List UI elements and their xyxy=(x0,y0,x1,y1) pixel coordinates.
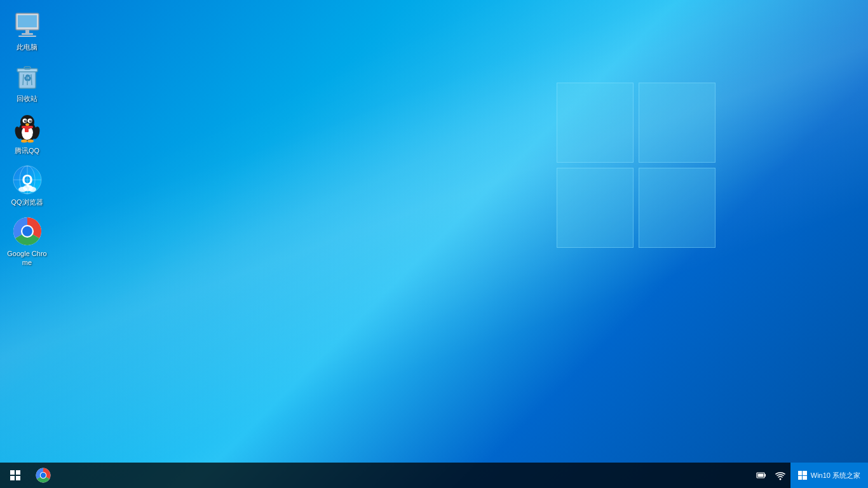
start-pane-tr xyxy=(16,470,20,475)
recycle-bin-svg: ♻ xyxy=(14,62,41,90)
start-icon xyxy=(10,470,20,480)
svg-point-24 xyxy=(21,139,27,142)
tray-battery[interactable] xyxy=(752,463,770,488)
start-button[interactable] xyxy=(0,463,31,488)
win-pane-br xyxy=(639,168,715,248)
qq-label: 腾讯QQ xyxy=(15,146,39,155)
start-pane-br xyxy=(16,476,20,480)
svg-point-45 xyxy=(41,473,46,478)
battery-icon xyxy=(756,470,766,480)
win10-brand-area[interactable]: Win10 系统之家 xyxy=(790,463,868,488)
win10-pane-tl xyxy=(798,471,803,475)
taskbar-chrome-button[interactable] xyxy=(31,463,56,488)
this-pc-icon xyxy=(12,10,43,40)
svg-rect-27 xyxy=(25,128,29,132)
desktop-icons-container: 此电脑 ♻ 回收站 xyxy=(3,6,51,271)
chrome-label: Google Chrome xyxy=(6,249,48,268)
win10-pane-bl xyxy=(798,476,803,480)
win-pane-bl xyxy=(557,168,634,248)
svg-rect-47 xyxy=(764,474,766,477)
recycle-bin-icon: ♻ xyxy=(12,61,43,92)
svg-point-19 xyxy=(25,120,26,121)
windows-logo-wallpaper xyxy=(557,83,722,248)
win-pane-tr xyxy=(639,83,715,163)
tray-network[interactable] xyxy=(771,463,789,488)
taskbar-chrome-svg xyxy=(36,468,51,483)
light-ray-1 xyxy=(0,0,868,488)
qq-icon xyxy=(12,113,43,144)
desktop-icon-this-pc[interactable]: 此电脑 xyxy=(3,6,51,55)
qq-browser-icon: Q xyxy=(12,165,43,195)
start-pane-bl xyxy=(10,476,15,480)
win-pane-tl xyxy=(557,83,634,163)
network-icon xyxy=(775,470,785,480)
win10-logo-small xyxy=(798,471,807,480)
win10-pane-br xyxy=(803,476,807,480)
svg-point-49 xyxy=(779,478,781,480)
svg-rect-4 xyxy=(18,36,36,37)
svg-rect-3 xyxy=(22,33,33,35)
svg-point-25 xyxy=(27,139,34,142)
start-pane-tl xyxy=(10,470,15,475)
svg-rect-2 xyxy=(25,30,29,33)
desktop-icon-chrome[interactable]: Google Chrome xyxy=(3,213,51,271)
win10-brand-text: Win10 系统之家 xyxy=(811,471,860,480)
svg-text:♻: ♻ xyxy=(23,73,31,83)
svg-point-20 xyxy=(30,120,31,121)
svg-point-21 xyxy=(25,123,29,126)
desktop-icon-qq[interactable]: 腾讯QQ xyxy=(3,110,51,158)
svg-point-36 xyxy=(29,187,36,192)
chrome-svg xyxy=(13,217,42,246)
svg-rect-1 xyxy=(18,15,37,27)
taskbar: Win10 系统之家 xyxy=(0,463,868,488)
recycle-bin-label: 回收站 xyxy=(17,94,37,103)
system-tray: Win10 系统之家 xyxy=(752,463,868,488)
qq-browser-label: QQ浏览器 xyxy=(11,198,43,207)
win10-pane-tr xyxy=(803,471,807,475)
qq-svg xyxy=(13,114,42,143)
light-ray-2 xyxy=(0,0,868,488)
svg-rect-48 xyxy=(757,474,763,477)
desktop-icon-qq-browser[interactable]: Q QQ浏览器 xyxy=(3,161,51,210)
this-pc-label: 此电脑 xyxy=(17,43,37,51)
this-pc-svg xyxy=(13,12,41,37)
desktop-icon-recycle-bin[interactable]: ♻ 回收站 xyxy=(3,58,51,106)
qq-browser-svg: Q xyxy=(13,165,42,194)
chrome-icon xyxy=(12,216,43,247)
desktop: 此电脑 ♻ 回收站 xyxy=(0,0,868,488)
svg-rect-7 xyxy=(24,67,31,69)
